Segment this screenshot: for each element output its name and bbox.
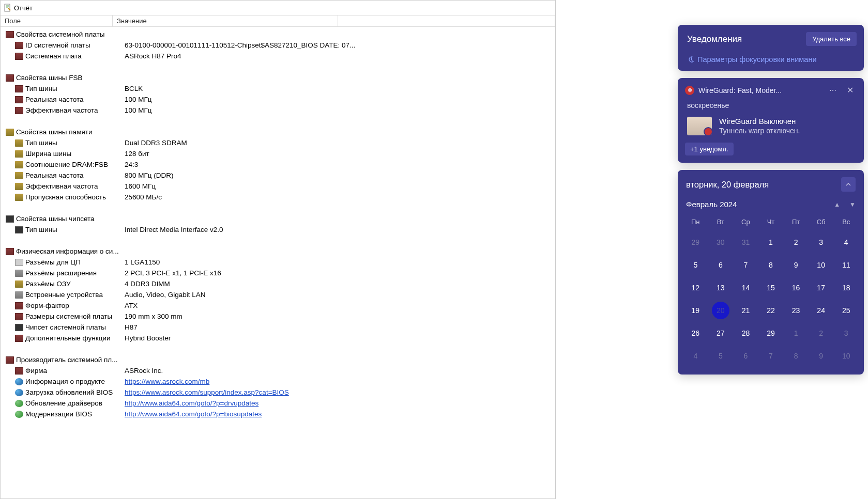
report-item[interactable]: Разъёмы для ЦП1 LGA1150	[1, 257, 555, 268]
calendar-day[interactable]: 3	[809, 231, 834, 254]
link[interactable]: http://www.aida64.com/goto/?p=drvupdates	[125, 399, 258, 407]
row-field: Эффективная частота	[25, 182, 125, 190]
mem-icon	[15, 139, 23, 147]
calendar-dow: Сб	[809, 215, 834, 231]
calendar-day[interactable]: 12	[683, 276, 708, 299]
calendar-day[interactable]: 11	[833, 254, 859, 276]
notification-card[interactable]: ⊗ WireGuard: Fast, Moder... ⋯ ✕ воскресе…	[678, 78, 864, 163]
calendar-day[interactable]: 20	[708, 299, 734, 322]
row-value[interactable]: http://www.aida64.com/goto/?p=drvupdates	[125, 399, 555, 407]
link[interactable]: https://www.asrock.com/support/index.asp…	[125, 388, 289, 396]
notification-image	[687, 117, 712, 135]
report-group[interactable]: Свойства системной платы	[1, 29, 555, 40]
calendar-day[interactable]: 1	[783, 322, 809, 345]
report-item[interactable]: Эффективная частота1600 МГц	[1, 181, 555, 192]
calendar-collapse-button[interactable]	[841, 177, 856, 192]
more-notifications-button[interactable]: +1 уведомл.	[685, 143, 734, 155]
calendar-day[interactable]: 6	[708, 254, 734, 276]
report-item[interactable]: Тип шиныBCLK	[1, 83, 555, 94]
link[interactable]: http://www.aida64.com/goto/?p=biosupdate…	[125, 410, 262, 418]
report-item[interactable]: Реальная частота100 МГц	[1, 94, 555, 105]
report-item[interactable]: Модернизации BIOShttp://www.aida64.com/g…	[1, 409, 555, 419]
calendar-day[interactable]: 4	[683, 345, 708, 367]
calendar-day[interactable]: 13	[708, 276, 734, 299]
focus-settings-link[interactable]: Параметры фокусировки внимани	[678, 51, 864, 71]
calendar-day[interactable]: 26	[683, 322, 708, 345]
notification-menu-button[interactable]: ⋯	[826, 85, 840, 96]
report-item[interactable]: Загрузка обновлений BIOShttps://www.asro…	[1, 387, 555, 398]
calendar-day[interactable]: 24	[809, 299, 834, 322]
report-item[interactable]: ФирмаASRock Inc.	[1, 365, 555, 376]
clear-all-button[interactable]: Удалить все	[806, 32, 857, 46]
report-item[interactable]: Соотношение DRAM:FSB24:3	[1, 159, 555, 170]
col-value[interactable]: Значение	[113, 15, 338, 26]
notification-close-button[interactable]: ✕	[844, 84, 857, 96]
report-group[interactable]: Свойства шины FSB	[1, 72, 555, 83]
calendar-day[interactable]: 8	[783, 345, 809, 367]
calendar-day[interactable]: 29	[758, 322, 784, 345]
calendar-day[interactable]: 9	[783, 254, 809, 276]
row-value[interactable]: https://www.asrock.com/support/index.asp…	[125, 388, 555, 396]
report-item[interactable]: Тип шиныIntel Direct Media Interface v2.…	[1, 224, 555, 235]
calendar-day[interactable]: 10	[809, 254, 834, 276]
calendar-day[interactable]: 1	[758, 231, 784, 254]
link[interactable]: https://www.asrock.com/mb	[125, 378, 209, 385]
board-icon	[15, 107, 23, 114]
report-item[interactable]: Разъёмы ОЗУ4 DDR3 DIMM	[1, 278, 555, 289]
calendar-day[interactable]: 17	[809, 276, 834, 299]
row-value[interactable]: https://www.asrock.com/mb	[125, 378, 555, 385]
calendar-month[interactable]: Февраль 2024	[686, 200, 737, 209]
calendar-day[interactable]: 30	[708, 231, 734, 254]
calendar-day[interactable]: 18	[833, 276, 859, 299]
calendar-day[interactable]: 14	[733, 276, 758, 299]
calendar-day[interactable]: 27	[708, 322, 734, 345]
calendar-day[interactable]: 23	[783, 299, 809, 322]
calendar-day[interactable]: 8	[758, 254, 784, 276]
report-item[interactable]: Системная платаASRock H87 Pro4	[1, 51, 555, 61]
calendar-day[interactable]: 3	[833, 322, 859, 345]
calendar-day[interactable]: 9	[809, 345, 834, 367]
titlebar[interactable]: Отчёт	[1, 1, 555, 15]
report-group[interactable]: Производитель системной пл...	[1, 354, 555, 365]
calendar-day[interactable]: 29	[683, 231, 708, 254]
report-item[interactable]: Дополнительные функцииHybrid Booster	[1, 333, 555, 344]
calendar-day[interactable]: 21	[733, 299, 758, 322]
report-item[interactable]: Встроенные устройстваAudio, Video, Gigab…	[1, 289, 555, 300]
report-item[interactable]: Ширина шины128 бит	[1, 148, 555, 159]
calendar-day[interactable]: 4	[833, 231, 859, 254]
calendar-day[interactable]: 19	[683, 299, 708, 322]
report-group[interactable]: Свойства шины чипсета	[1, 213, 555, 224]
calendar-day[interactable]: 10	[833, 345, 859, 367]
report-group[interactable]: Свойства шины памяти	[1, 127, 555, 137]
calendar-day[interactable]: 22	[758, 299, 784, 322]
calendar-day[interactable]: 15	[758, 276, 784, 299]
row-value[interactable]: http://www.aida64.com/goto/?p=biosupdate…	[125, 410, 555, 418]
calendar-day[interactable]: 7	[758, 345, 784, 367]
report-item[interactable]: Разъёмы расширения2 PCI, 3 PCI-E x1, 1 P…	[1, 268, 555, 278]
report-item[interactable]: Тип шиныDual DDR3 SDRAM	[1, 137, 555, 148]
report-item[interactable]: Эффективная частота100 МГц	[1, 105, 555, 116]
calendar-day[interactable]: 5	[683, 254, 708, 276]
calendar-day[interactable]: 2	[783, 231, 809, 254]
calendar-day[interactable]: 5	[708, 345, 734, 367]
calendar-day[interactable]: 2	[809, 322, 834, 345]
col-field[interactable]: Поле	[1, 15, 113, 26]
calendar-day[interactable]: 28	[733, 322, 758, 345]
calendar-day[interactable]: 31	[733, 231, 758, 254]
report-item[interactable]: Размеры системной платы190 mm x 300 mm	[1, 311, 555, 322]
report-item[interactable]: ID системной платы63-0100-000001-0010111…	[1, 40, 555, 51]
calendar-day[interactable]: 7	[733, 254, 758, 276]
calendar-day[interactable]: 6	[733, 345, 758, 367]
report-group[interactable]: Физическая информация о си...	[1, 246, 555, 257]
report-item[interactable]: Пропускная способность25600 МБ/с	[1, 192, 555, 202]
report-item[interactable]: Чипсет системной платыH87	[1, 322, 555, 333]
calendar-day[interactable]: 16	[783, 276, 809, 299]
calendar-next-button[interactable]: ▼	[849, 201, 856, 208]
calendar-day[interactable]: 25	[833, 299, 859, 322]
col-extra[interactable]	[338, 15, 555, 26]
report-item[interactable]: Информация о продуктеhttps://www.asrock.…	[1, 376, 555, 387]
report-item[interactable]: Форм-факторATX	[1, 300, 555, 311]
report-item[interactable]: Реальная частота800 МГц (DDR)	[1, 170, 555, 181]
calendar-prev-button[interactable]: ▲	[834, 201, 840, 208]
report-item[interactable]: Обновление драйверовhttp://www.aida64.co…	[1, 398, 555, 409]
